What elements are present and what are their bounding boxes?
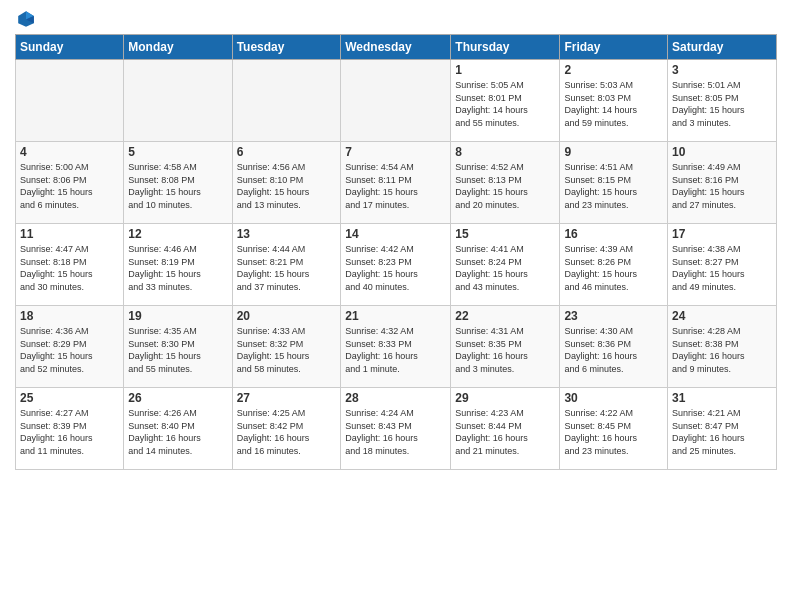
weekday-header: Thursday bbox=[451, 35, 560, 60]
day-number: 31 bbox=[672, 391, 772, 405]
calendar-day: 4Sunrise: 5:00 AM Sunset: 8:06 PM Daylig… bbox=[16, 142, 124, 224]
weekday-header: Friday bbox=[560, 35, 668, 60]
day-number: 24 bbox=[672, 309, 772, 323]
day-info: Sunrise: 4:41 AM Sunset: 8:24 PM Dayligh… bbox=[455, 243, 555, 293]
weekday-header: Monday bbox=[124, 35, 232, 60]
calendar-day: 2Sunrise: 5:03 AM Sunset: 8:03 PM Daylig… bbox=[560, 60, 668, 142]
day-number: 16 bbox=[564, 227, 663, 241]
day-number: 26 bbox=[128, 391, 227, 405]
calendar-day: 20Sunrise: 4:33 AM Sunset: 8:32 PM Dayli… bbox=[232, 306, 341, 388]
calendar-day: 8Sunrise: 4:52 AM Sunset: 8:13 PM Daylig… bbox=[451, 142, 560, 224]
day-info: Sunrise: 5:03 AM Sunset: 8:03 PM Dayligh… bbox=[564, 79, 663, 129]
day-number: 29 bbox=[455, 391, 555, 405]
calendar-day: 17Sunrise: 4:38 AM Sunset: 8:27 PM Dayli… bbox=[668, 224, 777, 306]
calendar-day: 18Sunrise: 4:36 AM Sunset: 8:29 PM Dayli… bbox=[16, 306, 124, 388]
day-info: Sunrise: 4:42 AM Sunset: 8:23 PM Dayligh… bbox=[345, 243, 446, 293]
day-info: Sunrise: 4:46 AM Sunset: 8:19 PM Dayligh… bbox=[128, 243, 227, 293]
calendar-day: 15Sunrise: 4:41 AM Sunset: 8:24 PM Dayli… bbox=[451, 224, 560, 306]
day-info: Sunrise: 4:54 AM Sunset: 8:11 PM Dayligh… bbox=[345, 161, 446, 211]
day-number: 13 bbox=[237, 227, 337, 241]
weekday-header: Wednesday bbox=[341, 35, 451, 60]
calendar-day: 26Sunrise: 4:26 AM Sunset: 8:40 PM Dayli… bbox=[124, 388, 232, 470]
calendar-day bbox=[16, 60, 124, 142]
day-info: Sunrise: 4:51 AM Sunset: 8:15 PM Dayligh… bbox=[564, 161, 663, 211]
calendar-week: 11Sunrise: 4:47 AM Sunset: 8:18 PM Dayli… bbox=[16, 224, 777, 306]
calendar-day: 31Sunrise: 4:21 AM Sunset: 8:47 PM Dayli… bbox=[668, 388, 777, 470]
calendar-day: 11Sunrise: 4:47 AM Sunset: 8:18 PM Dayli… bbox=[16, 224, 124, 306]
day-number: 7 bbox=[345, 145, 446, 159]
calendar-day: 13Sunrise: 4:44 AM Sunset: 8:21 PM Dayli… bbox=[232, 224, 341, 306]
day-number: 23 bbox=[564, 309, 663, 323]
calendar-day: 1Sunrise: 5:05 AM Sunset: 8:01 PM Daylig… bbox=[451, 60, 560, 142]
day-number: 12 bbox=[128, 227, 227, 241]
calendar-day bbox=[341, 60, 451, 142]
day-info: Sunrise: 4:35 AM Sunset: 8:30 PM Dayligh… bbox=[128, 325, 227, 375]
day-info: Sunrise: 4:52 AM Sunset: 8:13 PM Dayligh… bbox=[455, 161, 555, 211]
day-number: 11 bbox=[20, 227, 119, 241]
day-info: Sunrise: 4:32 AM Sunset: 8:33 PM Dayligh… bbox=[345, 325, 446, 375]
calendar-day: 9Sunrise: 4:51 AM Sunset: 8:15 PM Daylig… bbox=[560, 142, 668, 224]
calendar-day: 24Sunrise: 4:28 AM Sunset: 8:38 PM Dayli… bbox=[668, 306, 777, 388]
calendar-day: 5Sunrise: 4:58 AM Sunset: 8:08 PM Daylig… bbox=[124, 142, 232, 224]
calendar-day: 19Sunrise: 4:35 AM Sunset: 8:30 PM Dayli… bbox=[124, 306, 232, 388]
day-info: Sunrise: 4:56 AM Sunset: 8:10 PM Dayligh… bbox=[237, 161, 337, 211]
day-number: 2 bbox=[564, 63, 663, 77]
day-number: 15 bbox=[455, 227, 555, 241]
day-info: Sunrise: 4:38 AM Sunset: 8:27 PM Dayligh… bbox=[672, 243, 772, 293]
calendar-day: 30Sunrise: 4:22 AM Sunset: 8:45 PM Dayli… bbox=[560, 388, 668, 470]
day-number: 5 bbox=[128, 145, 227, 159]
calendar: SundayMondayTuesdayWednesdayThursdayFrid… bbox=[15, 34, 777, 470]
day-number: 21 bbox=[345, 309, 446, 323]
calendar-week: 18Sunrise: 4:36 AM Sunset: 8:29 PM Dayli… bbox=[16, 306, 777, 388]
day-number: 30 bbox=[564, 391, 663, 405]
calendar-week: 4Sunrise: 5:00 AM Sunset: 8:06 PM Daylig… bbox=[16, 142, 777, 224]
calendar-day: 28Sunrise: 4:24 AM Sunset: 8:43 PM Dayli… bbox=[341, 388, 451, 470]
day-number: 19 bbox=[128, 309, 227, 323]
day-info: Sunrise: 4:21 AM Sunset: 8:47 PM Dayligh… bbox=[672, 407, 772, 457]
calendar-day bbox=[124, 60, 232, 142]
calendar-day: 10Sunrise: 4:49 AM Sunset: 8:16 PM Dayli… bbox=[668, 142, 777, 224]
calendar-week: 25Sunrise: 4:27 AM Sunset: 8:39 PM Dayli… bbox=[16, 388, 777, 470]
logo bbox=[15, 10, 35, 28]
day-number: 4 bbox=[20, 145, 119, 159]
calendar-day: 6Sunrise: 4:56 AM Sunset: 8:10 PM Daylig… bbox=[232, 142, 341, 224]
calendar-day: 23Sunrise: 4:30 AM Sunset: 8:36 PM Dayli… bbox=[560, 306, 668, 388]
weekday-header: Tuesday bbox=[232, 35, 341, 60]
day-number: 18 bbox=[20, 309, 119, 323]
calendar-week: 1Sunrise: 5:05 AM Sunset: 8:01 PM Daylig… bbox=[16, 60, 777, 142]
day-info: Sunrise: 4:31 AM Sunset: 8:35 PM Dayligh… bbox=[455, 325, 555, 375]
day-info: Sunrise: 4:33 AM Sunset: 8:32 PM Dayligh… bbox=[237, 325, 337, 375]
calendar-day: 21Sunrise: 4:32 AM Sunset: 8:33 PM Dayli… bbox=[341, 306, 451, 388]
day-number: 8 bbox=[455, 145, 555, 159]
calendar-day bbox=[232, 60, 341, 142]
calendar-day: 12Sunrise: 4:46 AM Sunset: 8:19 PM Dayli… bbox=[124, 224, 232, 306]
calendar-day: 22Sunrise: 4:31 AM Sunset: 8:35 PM Dayli… bbox=[451, 306, 560, 388]
calendar-day: 25Sunrise: 4:27 AM Sunset: 8:39 PM Dayli… bbox=[16, 388, 124, 470]
day-number: 20 bbox=[237, 309, 337, 323]
calendar-day: 3Sunrise: 5:01 AM Sunset: 8:05 PM Daylig… bbox=[668, 60, 777, 142]
day-info: Sunrise: 4:28 AM Sunset: 8:38 PM Dayligh… bbox=[672, 325, 772, 375]
day-info: Sunrise: 4:26 AM Sunset: 8:40 PM Dayligh… bbox=[128, 407, 227, 457]
day-info: Sunrise: 4:58 AM Sunset: 8:08 PM Dayligh… bbox=[128, 161, 227, 211]
day-info: Sunrise: 5:05 AM Sunset: 8:01 PM Dayligh… bbox=[455, 79, 555, 129]
day-number: 25 bbox=[20, 391, 119, 405]
day-number: 3 bbox=[672, 63, 772, 77]
header-row: SundayMondayTuesdayWednesdayThursdayFrid… bbox=[16, 35, 777, 60]
header bbox=[15, 10, 777, 28]
weekday-header: Sunday bbox=[16, 35, 124, 60]
day-info: Sunrise: 4:49 AM Sunset: 8:16 PM Dayligh… bbox=[672, 161, 772, 211]
day-info: Sunrise: 4:30 AM Sunset: 8:36 PM Dayligh… bbox=[564, 325, 663, 375]
day-number: 27 bbox=[237, 391, 337, 405]
calendar-day: 29Sunrise: 4:23 AM Sunset: 8:44 PM Dayli… bbox=[451, 388, 560, 470]
day-info: Sunrise: 4:22 AM Sunset: 8:45 PM Dayligh… bbox=[564, 407, 663, 457]
day-info: Sunrise: 5:01 AM Sunset: 8:05 PM Dayligh… bbox=[672, 79, 772, 129]
day-number: 6 bbox=[237, 145, 337, 159]
day-info: Sunrise: 4:27 AM Sunset: 8:39 PM Dayligh… bbox=[20, 407, 119, 457]
logo-icon bbox=[17, 10, 35, 28]
calendar-day: 7Sunrise: 4:54 AM Sunset: 8:11 PM Daylig… bbox=[341, 142, 451, 224]
day-number: 10 bbox=[672, 145, 772, 159]
day-info: Sunrise: 4:44 AM Sunset: 8:21 PM Dayligh… bbox=[237, 243, 337, 293]
day-info: Sunrise: 4:47 AM Sunset: 8:18 PM Dayligh… bbox=[20, 243, 119, 293]
day-number: 9 bbox=[564, 145, 663, 159]
day-info: Sunrise: 4:24 AM Sunset: 8:43 PM Dayligh… bbox=[345, 407, 446, 457]
